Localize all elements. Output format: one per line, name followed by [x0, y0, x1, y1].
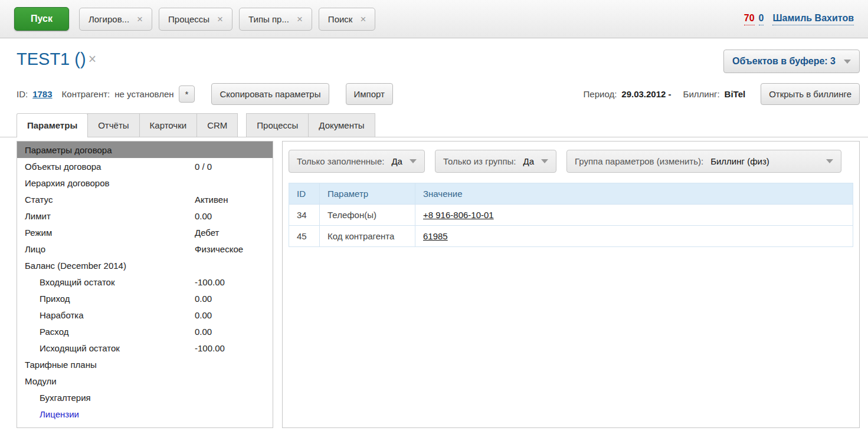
title-row: TEST1 () × Объектов в буфере: 3: [0, 50, 868, 73]
summary-row[interactable]: Баланс (December 2014): [17, 257, 273, 274]
tab-label: CRM: [207, 120, 227, 130]
summary-row[interactable]: Иерархия договоров: [17, 175, 273, 191]
session-tab-label: Процессы: [168, 14, 209, 24]
period-value: 29.03.2012 -: [621, 89, 671, 99]
summary-row[interactable]: Расход 0.00: [17, 323, 273, 340]
summary-row-value: 0.00: [195, 211, 212, 221]
summary-row[interactable]: Тарифные планы: [17, 356, 273, 373]
summary-row[interactable]: Лимит 0.00: [17, 208, 273, 224]
parameters-table-header: ID Параметр Значение: [289, 183, 853, 205]
session-tab[interactable]: Поиск ×: [319, 8, 376, 31]
billing-value: BiTel: [725, 89, 746, 99]
summary-row-label: Модули: [25, 376, 195, 386]
summary-row-label: Лицо: [25, 244, 195, 254]
summary-row-value: 0.00: [195, 294, 212, 304]
chevron-down-icon: [826, 159, 833, 163]
summary-row-label: Наработка: [25, 310, 195, 320]
info-bar-right: Период: 29.03.2012 - Биллинг: BiTel Откр…: [584, 83, 860, 105]
summary-row[interactable]: Входящий остаток -100.00: [17, 274, 273, 290]
id-label: ID:: [17, 89, 28, 99]
summary-row-label: Параметры договора: [25, 145, 195, 155]
summary-row-value: Физическое: [195, 244, 243, 254]
close-icon[interactable]: ×: [297, 14, 303, 24]
filter-dropdown[interactable]: Группа параметров (изменить): Биллинг (ф…: [566, 150, 841, 173]
import-button[interactable]: Импорт: [346, 83, 393, 105]
parameters-panel: Только заполненные: Да Только из группы:…: [282, 141, 860, 428]
blue-counter[interactable]: 0: [759, 13, 764, 25]
buffer-dropdown-label: Объектов в буфере: 3: [732, 56, 836, 67]
tab[interactable]: Карточки: [139, 113, 198, 137]
start-button[interactable]: Пуск: [14, 7, 69, 31]
summary-row[interactable]: Web: [17, 422, 273, 428]
summary-row[interactable]: Лицо Физическое: [17, 241, 273, 257]
table-row: 34 Телефон(ы) +8 916-806-10-01: [289, 205, 853, 226]
summary-row[interactable]: Объекты договора 0 / 0: [17, 158, 273, 175]
summary-row[interactable]: Модули: [17, 373, 273, 389]
filter-label: Только из группы:: [443, 156, 516, 166]
filter-label: Группа параметров (изменить):: [575, 156, 703, 166]
param-id-cell: 34: [289, 205, 320, 226]
filters-row: Только заполненные: Да Только из группы:…: [283, 142, 859, 179]
summary-row[interactable]: Исходящий остаток -100.00: [17, 340, 273, 356]
summary-row[interactable]: Лицензии: [17, 406, 273, 422]
page-title: TEST1 (): [17, 50, 86, 69]
summary-row-label: Лицензии: [25, 409, 195, 419]
summary-row[interactable]: Бухгалтерия: [17, 389, 273, 406]
tab[interactable]: Процессы: [246, 113, 309, 137]
param-name-cell: Код контрагента: [320, 226, 415, 247]
param-id-cell: 45: [289, 226, 320, 247]
user-menu[interactable]: Шамиль Вахитов: [772, 13, 854, 25]
param-name-cell: Телефон(ы): [320, 205, 415, 226]
session-tab[interactable]: Логиров... ×: [79, 8, 152, 31]
column-header-param: Параметр: [320, 183, 415, 205]
open-in-billing-button[interactable]: Открыть в биллинге: [761, 83, 860, 105]
top-bar: Пуск Логиров... × Процессы × Типы пр... …: [0, 0, 868, 38]
main-tabs: Параметры Отчёты Карточки CRM Процессы Д…: [0, 113, 868, 137]
column-header-id: ID: [289, 183, 320, 205]
contract-id-link[interactable]: 1783: [32, 89, 52, 99]
close-icon[interactable]: ×: [137, 14, 143, 24]
filter-dropdown[interactable]: Только заполненные: Да: [289, 150, 425, 173]
summary-row-value: 0.00: [195, 327, 212, 337]
info-bar: ID: 1783 Контрагент: не установлен * Ско…: [0, 83, 868, 105]
tab-label: Документы: [319, 120, 364, 130]
content-area: Параметры договора Объекты договора 0 / …: [0, 137, 868, 428]
summary-row-label: Web: [25, 426, 195, 429]
close-icon[interactable]: ×: [360, 14, 366, 24]
tab[interactable]: Параметры: [17, 113, 88, 137]
summary-row-label: Объекты договора: [25, 162, 195, 172]
summary-row[interactable]: Приход 0.00: [17, 290, 273, 307]
summary-row-value: -100.00: [195, 343, 225, 353]
chevron-down-icon: [844, 60, 851, 64]
billing-label: Биллинг:: [683, 89, 720, 99]
session-tab-label: Типы пр...: [248, 14, 289, 24]
summary-row[interactable]: Параметры договора: [17, 142, 273, 158]
summary-row-value: 0.00: [195, 310, 212, 320]
close-icon[interactable]: ×: [217, 14, 223, 24]
summary-row[interactable]: Режим Дебет: [17, 224, 273, 241]
summary-row-label: Статус: [25, 195, 195, 205]
session-tab[interactable]: Процессы ×: [159, 8, 232, 31]
filter-dropdown[interactable]: Только из группы: Да: [435, 150, 556, 173]
chevron-down-icon: [541, 159, 548, 163]
tab[interactable]: Отчёты: [87, 113, 139, 137]
summary-row[interactable]: Статус Активен: [17, 191, 273, 208]
tab[interactable]: CRM: [196, 113, 238, 137]
close-icon[interactable]: ×: [89, 51, 96, 67]
tab[interactable]: Документы: [308, 113, 375, 137]
period-label: Период:: [584, 89, 617, 99]
session-tab[interactable]: Типы пр... ×: [239, 8, 312, 31]
session-tab-label: Поиск: [328, 14, 353, 24]
summary-row-label: Тарифные планы: [25, 360, 195, 370]
summary-row[interactable]: Наработка 0.00: [17, 307, 273, 323]
param-value-link[interactable]: +8 916-806-10-01: [423, 210, 494, 220]
copy-params-button[interactable]: Скопировать параметры: [211, 83, 329, 105]
buffer-dropdown-button[interactable]: Объектов в буфере: 3: [723, 50, 860, 73]
red-counter[interactable]: 70: [744, 13, 755, 25]
parameters-table: ID Параметр Значение 34 Телефон(ы) +8 91…: [289, 183, 853, 247]
param-value-link[interactable]: 61985: [423, 231, 448, 241]
star-button[interactable]: *: [179, 85, 195, 103]
contract-summary-panel: Параметры договора Объекты договора 0 / …: [17, 141, 273, 428]
summary-row-value: 0 / 0: [195, 162, 212, 172]
session-tab-label: Логиров...: [89, 14, 129, 24]
